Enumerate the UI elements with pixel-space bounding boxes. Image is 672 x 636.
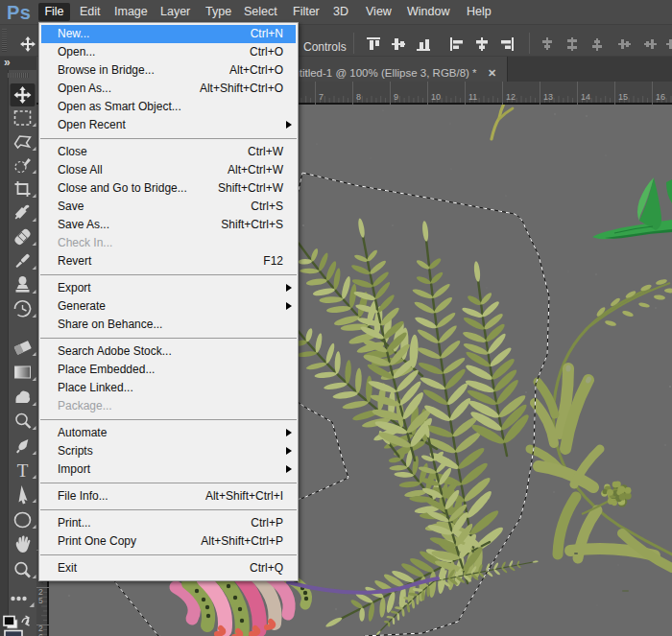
svg-text:T: T	[17, 460, 29, 481]
